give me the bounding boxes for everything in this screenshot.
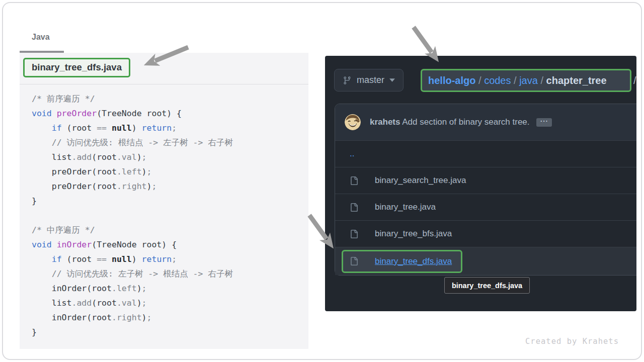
background-card: Java binary_tree_dfs.java /* 前序遍历 */void… — [2, 2, 642, 360]
code-line: preOrder(root.right); — [32, 179, 308, 194]
breadcrumb-hello-algo[interactable]: hello-algo — [428, 75, 475, 86]
file-browser: krahets Add section of binary search tre… — [335, 104, 636, 276]
breadcrumb: hello-algo / codes / java / chapter_tree — [428, 75, 607, 86]
breadcrumb-separator: / — [475, 75, 484, 86]
branch-selector[interactable]: master — [334, 69, 404, 92]
code-line: /* 前序遍历 */ — [32, 92, 308, 106]
code-line: /* 中序遍历 */ — [32, 223, 308, 237]
file-row[interactable]: binary_tree_dfs.java — [335, 247, 636, 275]
code-blank-line — [32, 208, 308, 223]
breadcrumb-chapter_tree: chapter_tree — [546, 75, 607, 86]
caret-down-icon — [389, 78, 395, 82]
breadcrumb-codes[interactable]: codes — [484, 75, 511, 86]
code-line: void inOrder(TreeNode root) { — [32, 237, 308, 252]
branch-name: master — [357, 75, 384, 85]
file-link[interactable]: binary_tree_dfs.java — [375, 256, 452, 266]
file-icon — [350, 203, 358, 212]
commit-row: krahets Add section of binary search tre… — [335, 104, 636, 140]
code-header: binary_tree_dfs.java — [20, 53, 308, 84]
code-line: } — [32, 194, 308, 208]
file-link[interactable]: binary_tree.java — [375, 202, 436, 212]
file-row[interactable]: binary_tree.java — [335, 194, 636, 220]
arrow-to-breadcrumb — [414, 27, 432, 52]
file-highlight-box: binary_tree_dfs.java — [342, 250, 462, 273]
code-panel: binary_tree_dfs.java /* 前序遍历 */void preO… — [20, 53, 308, 349]
file-icon — [350, 257, 358, 265]
file-link[interactable]: binary_search_tree.java — [375, 175, 466, 186]
code-line: if (root == null) return; — [32, 252, 308, 266]
code-line: inOrder(root.right); — [32, 310, 308, 325]
file-row[interactable]: binary_search_tree.java — [335, 167, 636, 194]
breadcrumb-separator: / — [538, 75, 546, 86]
code-line: inOrder(root.left); — [32, 281, 308, 296]
breadcrumb-trailing-separator: / — [633, 69, 636, 92]
breadcrumb-java[interactable]: java — [519, 75, 538, 86]
code-block[interactable]: /* 前序遍历 */void preOrder(TreeNode root) {… — [20, 84, 308, 339]
code-line: preOrder(root.left); — [32, 164, 308, 179]
code-line: void preOrder(TreeNode root) { — [32, 106, 308, 121]
commit-author[interactable]: krahets — [370, 117, 400, 127]
file-icon — [350, 176, 358, 185]
parent-directory-link[interactable]: .. — [350, 149, 354, 159]
tooltip: binary_tree_dfs.java — [444, 277, 530, 294]
code-line: list.add(root.val); — [32, 296, 308, 310]
commit-message[interactable]: Add section of binary search tree. — [402, 117, 529, 127]
code-line: if (root == null) return; — [32, 121, 308, 135]
avatar[interactable] — [345, 114, 361, 130]
filename-highlight-box: binary_tree_dfs.java — [23, 58, 130, 77]
git-branch-icon — [343, 76, 352, 85]
breadcrumb-separator: / — [511, 75, 520, 86]
code-line: // 访问优先级: 根结点 -> 左子树 -> 右子树 — [32, 135, 308, 150]
credit-text: Created by Krahets — [525, 337, 619, 346]
file-row[interactable]: .. — [335, 140, 636, 167]
commit-ellipsis-button[interactable]: ⋯ — [536, 118, 552, 127]
arrow-to-file-row — [309, 215, 327, 239]
file-list: ..binary_search_tree.javabinary_tree.jav… — [335, 140, 636, 275]
github-panel: master hello-algo / codes / java / chapt… — [325, 56, 636, 311]
code-line: // 访问优先级: 左子树 -> 根结点 -> 右子树 — [32, 266, 308, 281]
file-link[interactable]: binary_tree_bfs.java — [375, 229, 452, 239]
code-line: list.add(root.val); — [32, 150, 308, 164]
breadcrumb-highlight-box: hello-algo / codes / java / chapter_tree — [421, 69, 631, 92]
tab-java[interactable]: Java — [32, 33, 50, 42]
filename-label: binary_tree_dfs.java — [32, 62, 122, 72]
file-icon — [350, 230, 358, 238]
ellipsis-icon: ⋯ — [540, 117, 548, 125]
code-line: } — [32, 325, 308, 339]
file-row[interactable]: binary_tree_bfs.java — [335, 220, 636, 247]
